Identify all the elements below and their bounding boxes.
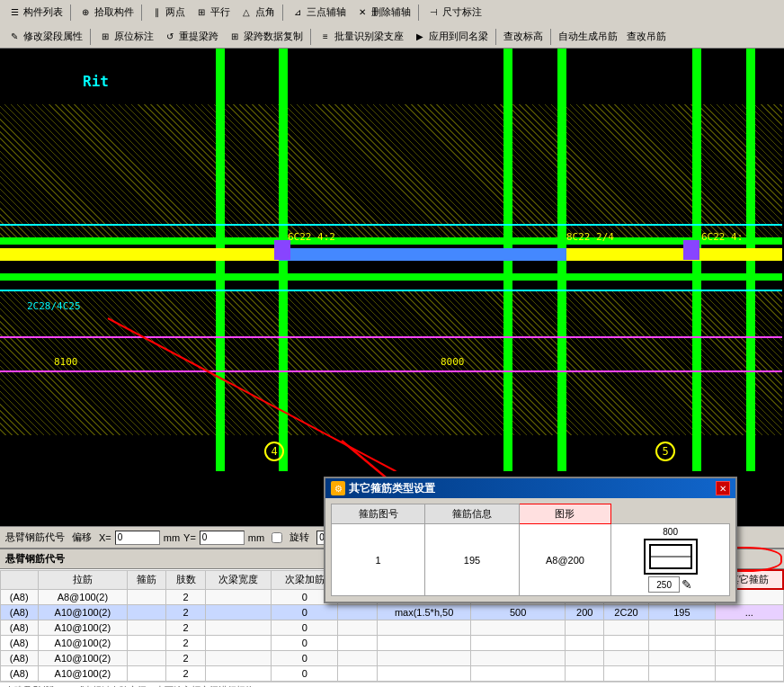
table-cell[interactable]	[128, 604, 166, 620]
table-cell[interactable]: 2	[166, 665, 205, 681]
table-cell[interactable]	[648, 665, 716, 681]
graphic-edit-icon[interactable]: ✎	[682, 577, 692, 592]
table-cell[interactable]	[128, 589, 166, 604]
btn-point-angle[interactable]: △ 点角	[236, 4, 279, 21]
table-cell[interactable]	[470, 620, 565, 635]
table-cell[interactable]	[716, 650, 783, 665]
table-cell[interactable]: 200	[566, 604, 604, 620]
btn-component-list[interactable]: ☰ 构件列表	[4, 4, 67, 21]
x-input[interactable]	[115, 531, 160, 545]
table-cell[interactable]	[338, 620, 378, 635]
table-cell[interactable]: 0	[272, 604, 338, 620]
table-cell[interactable]: (A8)	[1, 665, 39, 681]
table-cell[interactable]: 2	[166, 589, 205, 604]
table-cell[interactable]	[338, 604, 378, 620]
table-cell[interactable]: (A8)	[1, 620, 39, 635]
table-cell[interactable]	[470, 650, 565, 665]
table-cell[interactable]: 195	[648, 604, 716, 620]
table-cell[interactable]	[338, 635, 378, 650]
table-cell[interactable]: ...	[716, 604, 783, 620]
table-row[interactable]: (A8)A10@100(2)20max(1.5*h,505002002C2019…	[1, 604, 784, 620]
table-cell[interactable]	[648, 635, 716, 650]
table-cell[interactable]: A10@100(2)	[38, 665, 128, 681]
table-cell[interactable]	[378, 665, 471, 681]
table-cell[interactable]	[604, 650, 648, 665]
table-cell[interactable]: A8@100(2)	[38, 589, 128, 604]
table-cell[interactable]	[205, 650, 272, 665]
btn-apply-same[interactable]: ▶ 应用到同名梁	[409, 29, 492, 45]
btn-annotate[interactable]: ⊞ 原位标注	[94, 29, 157, 45]
graphic-input[interactable]	[648, 576, 680, 593]
table-cell[interactable]	[716, 665, 783, 681]
table-cell[interactable]: 0	[272, 620, 338, 635]
table-cell[interactable]: 2	[166, 635, 205, 650]
table-cell[interactable]	[648, 650, 716, 665]
table-cell[interactable]	[128, 665, 166, 681]
btn-two-point[interactable]: ∥ 两点	[146, 4, 189, 21]
table-cell[interactable]	[716, 620, 783, 635]
dialog-close-button[interactable]: ✕	[716, 481, 730, 495]
table-cell[interactable]	[566, 635, 604, 650]
table-cell[interactable]: A10@100(2)	[38, 604, 128, 620]
dialog-titlebar: ⚙ 其它箍筋类型设置 ✕	[325, 478, 735, 498]
table-cell[interactable]	[566, 620, 604, 635]
btn-parallel[interactable]: ⊞ 平行	[191, 4, 234, 21]
table-cell[interactable]: 2	[166, 650, 205, 665]
btn-dimension[interactable]: ⊣ 尺寸标注	[423, 4, 486, 21]
table-cell[interactable]	[566, 665, 604, 681]
table-cell[interactable]	[470, 635, 565, 650]
rotate-checkbox[interactable]	[272, 532, 282, 543]
btn-delete-axis[interactable]: ✕ 删除辅轴	[352, 4, 414, 21]
table-cell[interactable]: (A8)	[1, 635, 39, 650]
table-cell[interactable]	[604, 635, 648, 650]
btn-check-hanger[interactable]: 查改吊筋	[623, 29, 670, 44]
table-cell[interactable]	[128, 650, 166, 665]
btn-batch-identify[interactable]: ≡ 批量识别梁支座	[315, 29, 407, 45]
y-input[interactable]	[200, 531, 245, 545]
table-cell[interactable]: 0	[272, 665, 338, 681]
btn-elevation[interactable]: 查改标高	[500, 29, 547, 44]
btn-modify-beam[interactable]: ✎ 修改梁段属性	[4, 29, 86, 45]
table-cell[interactable]: 500	[470, 604, 565, 620]
table-cell[interactable]	[604, 665, 648, 681]
table-cell[interactable]	[338, 665, 378, 681]
table-cell[interactable]	[205, 604, 272, 620]
table-cell[interactable]: A10@100(2)	[38, 620, 128, 635]
table-cell[interactable]: A10@100(2)	[38, 650, 128, 665]
dialog-header-row: 箍筋图号 箍筋信息 图形	[332, 504, 730, 524]
table-cell[interactable]	[470, 665, 565, 681]
blue-beam-mid	[279, 248, 566, 261]
table-cell[interactable]	[338, 650, 378, 665]
table-cell[interactable]: 2	[166, 604, 205, 620]
btn-auto-hanger[interactable]: 自动生成吊筋	[555, 29, 621, 44]
table-cell[interactable]: 0	[272, 635, 338, 650]
table-cell[interactable]: A10@100(2)	[38, 635, 128, 650]
table-cell[interactable]	[566, 650, 604, 665]
table-cell[interactable]	[648, 620, 716, 635]
table-cell[interactable]	[716, 635, 783, 650]
table-cell[interactable]	[205, 589, 272, 604]
table-cell[interactable]	[378, 620, 471, 635]
btn-respan[interactable]: ↺ 重提梁跨	[159, 29, 222, 45]
btn-three-point[interactable]: ⊿ 三点辅轴	[287, 4, 350, 21]
table-cell[interactable]	[128, 635, 166, 650]
table-cell[interactable]	[378, 635, 471, 650]
table-cell[interactable]: 2	[166, 620, 205, 635]
table-cell[interactable]	[128, 620, 166, 635]
table-cell[interactable]	[604, 620, 648, 635]
table-cell[interactable]	[378, 650, 471, 665]
table-cell[interactable]: (A8)	[1, 604, 39, 620]
table-cell[interactable]: 0	[272, 650, 338, 665]
cad-canvas[interactable]: 6C22 4:2 8C22 2/4 6C22 4: 2C28/4C25 8100…	[0, 49, 784, 471]
btn-copy-data[interactable]: ⊞ 梁跨数据复制	[224, 29, 307, 45]
table-cell[interactable]: (A8)	[1, 589, 39, 604]
btn-pick-component[interactable]: ⊕ 拾取构件	[75, 4, 138, 21]
table-cell[interactable]	[205, 665, 272, 681]
table-cell[interactable]: (A8)	[1, 650, 39, 665]
toolbar-row-2: ✎ 修改梁段属性 ⊞ 原位标注 ↺ 重提梁跨 ⊞ 梁跨数据复制 ≡ 批量识别梁支…	[0, 24, 784, 49]
table-cell[interactable]	[205, 635, 272, 650]
table-cell[interactable]: 2C20	[604, 604, 648, 620]
table-cell[interactable]	[205, 620, 272, 635]
table-cell[interactable]: max(1.5*h,50	[378, 604, 471, 620]
point-angle-icon: △	[239, 5, 254, 20]
